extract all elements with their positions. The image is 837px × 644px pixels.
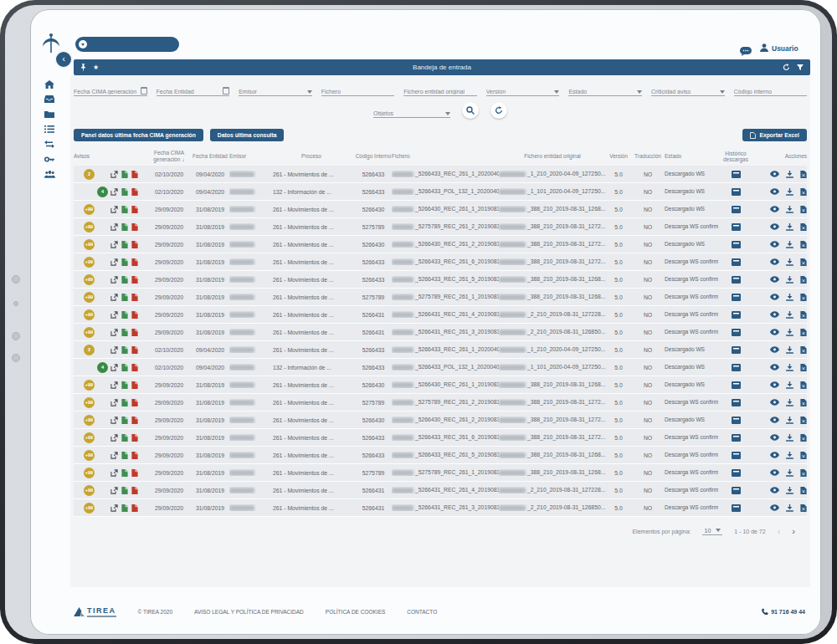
pdf-file-icon[interactable] bbox=[131, 223, 138, 231]
open-detail-icon[interactable] bbox=[110, 276, 118, 284]
archive-icon[interactable] bbox=[718, 276, 753, 284]
collapse-back-button[interactable]: ‹ bbox=[54, 50, 73, 69]
filter-field[interactable]: Emisor bbox=[239, 82, 312, 96]
open-detail-icon[interactable] bbox=[110, 399, 118, 406]
view-icon[interactable] bbox=[770, 276, 779, 283]
pdf-file-icon[interactable] bbox=[131, 258, 138, 266]
view-icon[interactable] bbox=[770, 206, 779, 212]
excel-download-icon[interactable] bbox=[800, 504, 807, 512]
archive-icon[interactable] bbox=[718, 329, 753, 336]
excel-download-icon[interactable] bbox=[800, 294, 807, 301]
xml-file-icon[interactable] bbox=[121, 329, 128, 336]
excel-download-icon[interactable] bbox=[800, 434, 807, 442]
download-icon[interactable] bbox=[786, 329, 793, 336]
archive-icon[interactable] bbox=[718, 241, 753, 248]
view-icon[interactable] bbox=[770, 434, 779, 441]
datos-consulta-button[interactable]: Datos última consulta bbox=[210, 129, 285, 141]
archive-icon[interactable] bbox=[718, 452, 753, 459]
open-detail-icon[interactable] bbox=[110, 381, 118, 389]
view-icon[interactable] bbox=[770, 329, 779, 335]
xml-file-icon[interactable] bbox=[121, 417, 128, 424]
archive-icon[interactable] bbox=[718, 399, 753, 406]
pdf-file-icon[interactable] bbox=[131, 311, 138, 319]
table-row[interactable]: 4 02/10/2020 09/04/2020 132 - Informació… bbox=[74, 359, 807, 376]
xml-file-icon[interactable] bbox=[121, 346, 128, 354]
pdf-file-icon[interactable] bbox=[131, 241, 138, 248]
pdf-file-icon[interactable] bbox=[131, 206, 138, 213]
open-detail-icon[interactable] bbox=[110, 241, 118, 248]
xml-file-icon[interactable] bbox=[121, 294, 128, 301]
archive-icon[interactable] bbox=[718, 381, 753, 389]
open-detail-icon[interactable] bbox=[110, 223, 118, 231]
excel-download-icon[interactable] bbox=[800, 381, 807, 389]
xml-file-icon[interactable] bbox=[121, 364, 128, 371]
pdf-file-icon[interactable] bbox=[131, 294, 138, 301]
archive-icon[interactable] bbox=[718, 434, 753, 442]
download-icon[interactable] bbox=[786, 364, 793, 371]
excel-download-icon[interactable] bbox=[800, 346, 807, 354]
open-detail-icon[interactable] bbox=[110, 329, 118, 336]
open-detail-icon[interactable] bbox=[110, 504, 118, 512]
table-row[interactable]: +99 29/09/2020 31/08/2019 261 - Movimien… bbox=[74, 429, 807, 446]
table-row[interactable]: +99 29/09/2020 31/08/2019 261 - Movimien… bbox=[74, 236, 807, 253]
archive-icon[interactable] bbox=[718, 504, 753, 512]
objetos-select[interactable]: Objetos bbox=[373, 104, 450, 118]
xml-file-icon[interactable] bbox=[121, 434, 128, 442]
pdf-file-icon[interactable] bbox=[131, 329, 138, 336]
excel-download-icon[interactable] bbox=[800, 364, 807, 371]
footer-link[interactable]: CONTACTO bbox=[407, 609, 437, 615]
view-icon[interactable] bbox=[770, 294, 779, 300]
sidebar-item-users[interactable] bbox=[44, 170, 55, 179]
pdf-file-icon[interactable] bbox=[131, 452, 138, 459]
table-row[interactable]: +99 29/09/2020 31/08/2019 261 - Movimien… bbox=[74, 324, 807, 340]
open-detail-icon[interactable] bbox=[110, 487, 118, 494]
view-icon[interactable] bbox=[770, 487, 779, 493]
reset-button[interactable] bbox=[490, 102, 507, 119]
archive-icon[interactable] bbox=[718, 258, 753, 266]
excel-download-icon[interactable] bbox=[800, 258, 807, 266]
open-detail-icon[interactable] bbox=[110, 294, 118, 301]
view-icon[interactable] bbox=[770, 364, 779, 371]
view-icon[interactable] bbox=[770, 469, 779, 476]
open-detail-icon[interactable] bbox=[110, 452, 118, 459]
archive-icon[interactable] bbox=[718, 346, 753, 354]
table-row[interactable]: +99 29/09/2020 31/08/2019 261 - Movimien… bbox=[74, 394, 807, 411]
archive-icon[interactable] bbox=[718, 364, 753, 371]
xml-file-icon[interactable] bbox=[121, 258, 128, 266]
panel-datos-button[interactable]: Panel datos última fecha CIMA generación bbox=[74, 129, 203, 141]
next-page-button[interactable]: › bbox=[792, 527, 795, 536]
xml-file-icon[interactable] bbox=[121, 452, 128, 459]
archive-icon[interactable] bbox=[718, 206, 753, 213]
sidebar-item-transfer[interactable] bbox=[44, 140, 55, 149]
table-row[interactable]: +99 29/09/2020 31/08/2019 261 - Movimien… bbox=[74, 411, 807, 428]
table-row[interactable]: 2 02/10/2020 09/04/2020 261 - Movimiento… bbox=[74, 166, 807, 182]
download-icon[interactable] bbox=[786, 346, 793, 354]
view-icon[interactable] bbox=[770, 223, 779, 230]
excel-download-icon[interactable] bbox=[800, 223, 807, 231]
view-icon[interactable] bbox=[770, 381, 779, 388]
excel-download-icon[interactable] bbox=[800, 452, 807, 459]
pdf-file-icon[interactable] bbox=[131, 364, 138, 371]
download-icon[interactable] bbox=[786, 417, 793, 424]
open-detail-icon[interactable] bbox=[110, 206, 118, 213]
pdf-file-icon[interactable] bbox=[131, 381, 138, 389]
excel-download-icon[interactable] bbox=[800, 399, 807, 406]
table-row[interactable]: +99 29/09/2020 31/08/2019 261 - Movimien… bbox=[74, 253, 807, 270]
chat-icon[interactable] bbox=[740, 44, 752, 59]
download-icon[interactable] bbox=[786, 276, 793, 284]
pdf-file-icon[interactable] bbox=[131, 171, 138, 178]
search-button[interactable] bbox=[462, 102, 479, 119]
download-icon[interactable] bbox=[786, 381, 793, 389]
user-menu[interactable]: Usuario bbox=[760, 43, 798, 54]
archive-icon[interactable] bbox=[718, 171, 753, 178]
download-icon[interactable] bbox=[786, 504, 793, 512]
view-icon[interactable] bbox=[770, 258, 779, 265]
open-detail-icon[interactable] bbox=[110, 311, 118, 319]
xml-file-icon[interactable] bbox=[121, 241, 128, 248]
view-icon[interactable] bbox=[770, 346, 779, 353]
footer-link[interactable]: AVISO LEGAL Y POLÍTICA DE PRIVACIDAD bbox=[194, 609, 304, 615]
filter-field[interactable]: Fecha Entidad bbox=[157, 82, 230, 96]
pdf-file-icon[interactable] bbox=[131, 399, 138, 406]
xml-file-icon[interactable] bbox=[121, 188, 128, 196]
table-row[interactable]: +99 29/09/2020 31/08/2019 261 - Movimien… bbox=[74, 447, 807, 463]
